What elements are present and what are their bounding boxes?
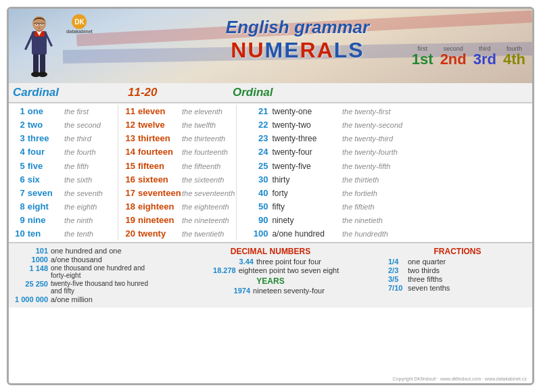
num-25250: 25 250: [14, 280, 48, 295]
fractions-title: FRACTIONS: [388, 247, 527, 256]
row-20: 20twentythe twentieth: [122, 227, 236, 241]
header: DK datakabinet English grammar NUMERALS …: [9, 9, 532, 83]
row-8: 8eightthe eighth: [13, 200, 118, 214]
bottom-fractions: FRACTIONS 1/4 one quarter 2/3 two thirds…: [388, 247, 527, 304]
bottom-section: 101 one hundred and one 1000 a/one thous…: [9, 242, 532, 308]
ord-fourth: fourth 4th: [503, 46, 525, 67]
row-50: 50fiftythe fiftieth: [240, 200, 436, 214]
text-344: three point four four: [256, 258, 321, 266]
svg-rect-3: [33, 54, 39, 73]
ord-first: first 1st: [412, 46, 433, 67]
ordinal-indicators: first 1st second 2nd third 3rd fourth 4t…: [412, 46, 525, 67]
svg-point-10: [41, 24, 43, 25]
row-16: 16sixteenthe sixteenth: [122, 173, 236, 187]
ord-fourth-num: 4th: [503, 52, 525, 67]
ord-third-num: 3rd: [473, 52, 496, 67]
row-10: 10tenthe tenth: [13, 227, 118, 241]
title-ls: LS: [334, 38, 364, 62]
text-101: one hundred and one: [51, 247, 122, 255]
dk-circle: DK: [72, 14, 87, 29]
row-25: 25twenty-fivethe twenty-fifth: [240, 160, 436, 173]
header-ordinal: Ordinal: [233, 86, 344, 99]
frac-35-num: 3/5: [388, 275, 405, 283]
frac-710-num: 7/10: [388, 284, 405, 292]
svg-point-6: [38, 72, 47, 77]
fraction-710: 7/10 seven tenths: [388, 284, 527, 292]
num-1000: 1000: [14, 255, 48, 264]
text-1000: a/one thousand: [51, 255, 102, 264]
bottom-row-1974: 1974 nineteen seventy-four: [160, 287, 381, 295]
text-1974: nineteen seventy-four: [253, 287, 325, 295]
row-19: 19nineteenthe nineteenth: [122, 214, 236, 227]
header-1120: 11-20: [128, 86, 233, 99]
frac-23-text: two thirds: [408, 266, 440, 274]
num-18278: 18.278: [202, 266, 236, 274]
figure: [16, 12, 63, 80]
row-30: 30thirtythe thirtieth: [240, 173, 436, 187]
main-table: 1onethe first 2twothe second 3threethe t…: [9, 103, 532, 242]
title-ra: RA: [300, 38, 334, 62]
row-15: 15fifteenthe fifteenth: [122, 160, 236, 173]
row-13: 13thirteenthe thirteenth: [122, 132, 236, 145]
copyright: Copyright DKfindout! · www.dkfindout.com…: [393, 376, 527, 381]
row-17: 17seventeenthe seventeenth: [122, 187, 236, 200]
fraction-14: 1/4 one quarter: [388, 258, 527, 266]
row-22: 22twenty-twothe twenty-second: [240, 118, 436, 132]
decimal-title: DECIMAL NUMBERS: [160, 247, 381, 256]
bottom-row-344: 3.44 three point four four: [160, 258, 381, 266]
row-6: 6sixthe sixth: [13, 173, 118, 187]
bottom-large-numbers: 101 one hundred and one 1000 a/one thous…: [14, 247, 153, 304]
bottom-row-25250: 25 250 twenty-five thousand two hunred a…: [14, 280, 153, 295]
bottom-row-million: 1 000 000 a/one million: [14, 295, 153, 303]
row-11: 11eleventhe eleventh: [122, 105, 236, 118]
ord-third: third 3rd: [473, 46, 496, 67]
text-million: a/one million: [51, 295, 93, 303]
cardinal-1-10-group: 1onethe first 2twothe second 3threethe t…: [13, 105, 118, 241]
header-cardinal: Cardinal: [13, 86, 128, 99]
frac-14-text: one quarter: [408, 258, 446, 266]
row-24: 24twenty-fourthe twenty-fourth: [240, 145, 436, 159]
ord-first-num: 1st: [412, 52, 433, 67]
title-me: ME: [265, 38, 300, 62]
row-2: 2twothe second: [13, 118, 118, 132]
bottom-decimals: DECIMAL NUMBERS 3.44 three point four fo…: [160, 247, 381, 304]
num-1148: 1 148: [14, 264, 48, 279]
bottom-row-1000: 1000 a/one thousand: [14, 255, 153, 264]
svg-rect-4: [40, 54, 45, 73]
num-101: 101: [14, 247, 48, 255]
num-1974: 1974: [216, 287, 250, 295]
bottom-row-1148: 1 148 one thousand one hundred and forty…: [14, 264, 153, 279]
row-21: 21twenty-onethe twenty-first: [240, 105, 436, 118]
dk-label: DK: [74, 18, 84, 26]
dk-logo: DK datakabinet: [66, 14, 93, 34]
svg-point-9: [36, 24, 37, 25]
text-25250: twenty-five thousand two hunred and fift…: [51, 280, 153, 295]
text-1148: one thousand one hundred and forty-eight: [51, 264, 153, 279]
years-title: YEARS: [160, 276, 381, 286]
row-9: 9ninethe ninth: [13, 214, 118, 227]
column-headers: Cardinal 11-20 Ordinal: [9, 83, 532, 103]
num-344: 3.44: [220, 258, 254, 266]
title-line1: English grammar: [97, 17, 498, 38]
dk-sublabel: datakabinet: [66, 29, 93, 34]
ord-second: second 2nd: [440, 46, 467, 67]
bottom-row-18278: 18.278 eighteen point two seven eight: [160, 266, 381, 274]
frac-23-num: 2/3: [388, 266, 405, 274]
row-18: 18eighteenthe eighteenth: [122, 200, 236, 214]
row-5: 5fivethe fifth: [13, 160, 118, 173]
row-100: 100a/one hundredthe hundredth: [240, 227, 436, 241]
fraction-23: 2/3 two thirds: [388, 266, 527, 274]
row-12: 12twelvethe twelfth: [122, 118, 236, 132]
title-nu: NU: [231, 38, 264, 62]
fraction-35: 3/5 three fifths: [388, 275, 527, 283]
poster: DK datakabinet English grammar NUMERALS …: [7, 7, 534, 385]
ord-second-num: 2nd: [440, 52, 467, 67]
frac-35-text: three fifths: [408, 275, 442, 283]
large-numbers-group: 21twenty-onethe twenty-first 22twenty-tw…: [236, 105, 436, 241]
row-7: 7seventhe seventh: [13, 187, 118, 200]
cardinal-11-20-group: 11eleventhe eleventh 12twelvethe twelfth…: [118, 105, 236, 241]
text-18278: eighteen point two seven eight: [239, 266, 339, 274]
row-1: 1onethe first: [13, 105, 118, 118]
num-million: 1 000 000: [14, 295, 48, 303]
row-90: 90ninetythe ninetieth: [240, 214, 436, 227]
